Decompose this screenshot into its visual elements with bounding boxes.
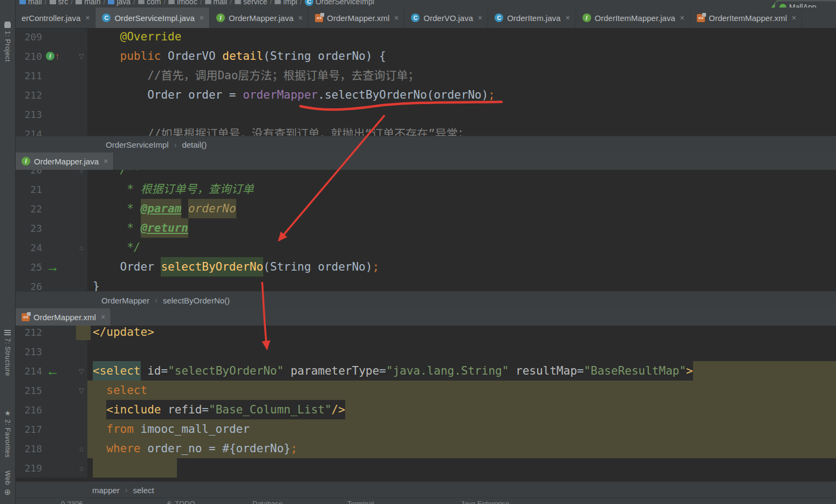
tab-ercontroller-java[interactable]: erController.java× xyxy=(15,8,95,28)
tab-orderitemmapper-xml[interactable]: <>OrderItemMapper.xml× xyxy=(690,8,802,28)
breadcrumb-item[interactable]: OrderMapper xyxy=(101,296,149,305)
code-text[interactable]: * @param orderNo xyxy=(87,199,836,218)
tab-orderserviceimpl-java[interactable]: COrderServiceImpl.java× xyxy=(95,8,210,28)
tab-close-icon[interactable]: × xyxy=(792,13,796,22)
code-token: where xyxy=(106,439,140,458)
code-token xyxy=(93,46,120,66)
code-line[interactable]: 219⌂</select> xyxy=(15,458,836,478)
stripe-button-favorites[interactable]: ★ 2: Favorites xyxy=(0,410,15,458)
code-text[interactable]: Order selectByOrderNo(String orderNo); xyxy=(87,257,836,277)
stripe-button-structure[interactable]: 7: Structure xyxy=(0,330,15,376)
code-text[interactable]: <include refid="Base_Column_List"/> xyxy=(87,400,836,419)
path-segment-label: service xyxy=(243,0,267,6)
code-text[interactable]: Order order = orderMapper.selectByOrderN… xyxy=(87,85,836,105)
code-text[interactable]: /** xyxy=(87,170,836,179)
code-line[interactable]: 209 @Override xyxy=(15,28,836,46)
tab-close-icon[interactable]: × xyxy=(565,13,570,22)
code-line[interactable]: 216 <include refid="Base_Column_List"/> xyxy=(15,400,836,419)
line-number: 215 xyxy=(15,385,42,396)
breadcrumb-item[interactable]: OrderServiceImpl xyxy=(106,140,169,149)
code-line[interactable]: 213 xyxy=(15,105,836,124)
tab-close-icon[interactable]: × xyxy=(104,157,108,165)
code-text[interactable]: @Override xyxy=(87,28,836,46)
code-text[interactable] xyxy=(87,105,836,124)
implements-method-gutter-icon[interactable]: I xyxy=(46,52,54,60)
code-line[interactable]: 212⌂</update> xyxy=(15,326,836,342)
stripe-fragment[interactable]: Terminal xyxy=(347,500,374,504)
code-line[interactable]: 213 xyxy=(15,342,836,361)
tab-label: OrderMapper.java xyxy=(34,157,99,166)
code-line[interactable]: 20▽ /** xyxy=(15,170,836,179)
run-configuration-selector[interactable]: MallApp xyxy=(775,1,836,8)
editor-pane-ordermapper-xml: 212⌂</update>213214←▽<select id="selectB… xyxy=(15,326,836,481)
path-segment[interactable]: main xyxy=(76,0,100,6)
path-segment[interactable]: java xyxy=(108,0,131,6)
path-segment[interactable]: COrderServiceImpl xyxy=(305,0,374,6)
tab-ordervo-java[interactable]: COrderVO.java× xyxy=(405,8,488,28)
line-number: 213 xyxy=(15,346,42,357)
gutter: 24⌂ xyxy=(15,238,87,257)
tab-ordermapper-java[interactable]: IOrderMapper.java× xyxy=(15,153,114,170)
stripe-fragment[interactable]: Database xyxy=(252,500,283,504)
tab-close-icon[interactable]: × xyxy=(394,13,399,22)
code-line[interactable]: 211 //首先，调用Dao层方法；根据订单号，去查询订单； xyxy=(15,66,836,85)
path-segment[interactable]: imooc xyxy=(168,0,197,6)
path-segment[interactable]: com xyxy=(138,0,161,6)
tab-close-icon[interactable]: × xyxy=(200,13,204,22)
code-line[interactable]: 23 * @return xyxy=(15,218,836,238)
path-segment-label: mall xyxy=(28,0,42,6)
code-text[interactable]: </update> xyxy=(87,326,836,342)
tab-orderitem-java[interactable]: COrderItem.java× xyxy=(488,8,575,28)
code-text[interactable]: */ xyxy=(87,238,836,257)
path-segment[interactable]: src xyxy=(50,0,68,6)
code-line[interactable]: 26} xyxy=(15,277,836,291)
code-text[interactable]: * @return xyxy=(87,218,836,238)
code-text[interactable]: //首先，调用Dao层方法；根据订单号，去查询订单； xyxy=(87,66,836,85)
code-line[interactable]: 24⌂ */ xyxy=(15,238,836,257)
stripe-fragment[interactable]: Java Enterprise xyxy=(461,500,509,504)
code-line[interactable]: 212 Order order = orderMapper.selectByOr… xyxy=(15,85,836,105)
code-line[interactable]: 21 * 根据订单号，查询订单 xyxy=(15,179,836,199)
code-line[interactable]: 22 * @param orderNo xyxy=(15,199,836,218)
code-line[interactable]: 217 from imooc_mall_order xyxy=(15,419,836,439)
tab-ordermapper-xml[interactable]: <>OrderMapper.xml× xyxy=(309,8,405,28)
code-line[interactable]: 215▽ select xyxy=(15,381,836,400)
tab-orderitemmapper-java[interactable]: IOrderItemMapper.java× xyxy=(576,8,690,28)
go-to-declaration-arrow-icon[interactable]: ← xyxy=(46,364,59,378)
code-line[interactable]: 214←▽<select id="selectByOrderNo" parame… xyxy=(15,361,836,381)
tab-close-icon[interactable]: × xyxy=(298,13,303,22)
code-text[interactable]: from imooc_mall_order xyxy=(87,419,836,439)
code-text[interactable]: //如果根据订单号，没有查到订单，就抛出“订单不存在”异常； xyxy=(87,124,836,136)
path-segment[interactable]: mall xyxy=(19,0,42,6)
code-line[interactable]: 214 //如果根据订单号，没有查到订单，就抛出“订单不存在”异常； xyxy=(15,124,836,136)
go-to-implementation-arrow-icon[interactable]: → xyxy=(46,260,59,274)
code-text[interactable]: public OrderVO detail(String orderNo) { xyxy=(87,46,836,66)
code-line[interactable]: 218⌂ where order_no = #{orderNo}; xyxy=(15,439,836,458)
path-segment[interactable]: service xyxy=(235,0,267,6)
code-line[interactable]: 210I↑▽ public OrderVO detail(String orde… xyxy=(15,46,836,66)
code-line[interactable]: 25→ Order selectByOrderNo(String orderNo… xyxy=(15,257,836,277)
code-text[interactable]: where order_no = #{orderNo}; xyxy=(87,439,836,458)
stripe-button-project[interactable]: 1: Project xyxy=(0,23,15,62)
code-text[interactable]: * 根据订单号，查询订单 xyxy=(87,179,836,199)
tab-close-icon[interactable]: × xyxy=(680,13,684,22)
tab-ordermapper-java[interactable]: IOrderMapper.java× xyxy=(210,8,309,28)
path-segment[interactable]: mall xyxy=(205,0,228,6)
code-text[interactable]: <select id="selectByOrderNo" parameterTy… xyxy=(87,361,836,381)
breadcrumb-item[interactable]: select xyxy=(133,486,154,495)
breadcrumb-item[interactable]: detail() xyxy=(182,140,207,149)
tab-close-icon[interactable]: × xyxy=(478,13,482,22)
stripe-fragment[interactable]: 6: TODO xyxy=(167,500,195,504)
code-text[interactable]: } xyxy=(87,277,836,291)
path-segment[interactable]: impl xyxy=(275,0,297,6)
stripe-button-web[interactable]: Web ⊕ xyxy=(0,471,15,496)
code-text[interactable] xyxy=(87,342,836,361)
stripe-fragment[interactable]: 0-2306 xyxy=(61,500,83,504)
tab-close-icon[interactable]: × xyxy=(85,13,90,22)
code-text[interactable]: </select> xyxy=(87,458,836,478)
code-text[interactable]: select xyxy=(87,381,836,400)
tab-close-icon[interactable]: × xyxy=(101,313,105,321)
breadcrumb-item[interactable]: selectByOrderNo() xyxy=(163,296,230,305)
breadcrumb-item[interactable]: mapper xyxy=(92,486,120,495)
tab-ordermapper-xml[interactable]: <>OrderMapper.xml× xyxy=(15,308,111,326)
